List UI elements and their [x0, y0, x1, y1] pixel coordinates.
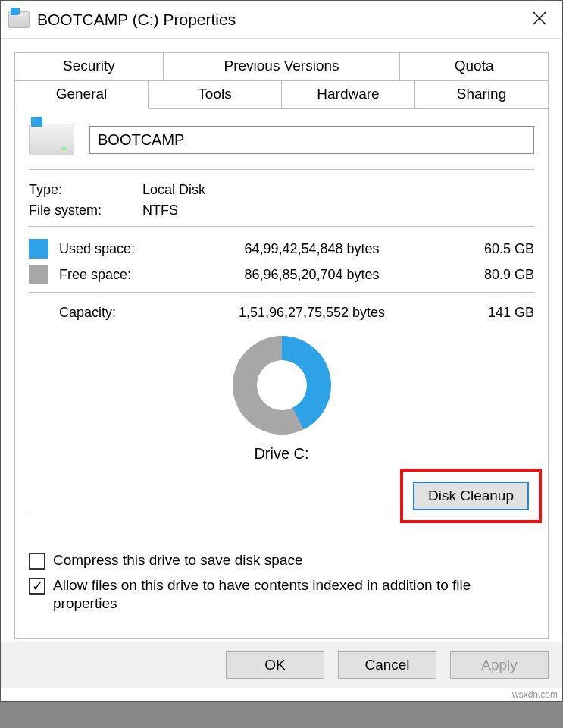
free-label: Free space:: [59, 267, 165, 283]
compress-checkbox[interactable]: [29, 553, 45, 570]
divider: [29, 226, 534, 227]
type-value: Local Disk: [142, 182, 205, 198]
drive-icon: [8, 11, 30, 28]
used-bytes: 64,99,42,54,848 bytes: [165, 241, 458, 257]
apply-button[interactable]: Apply: [450, 651, 549, 679]
cancel-button[interactable]: Cancel: [338, 651, 436, 679]
type-label: Type:: [29, 182, 142, 198]
used-swatch: [29, 239, 48, 259]
volume-name-input[interactable]: [89, 126, 534, 154]
tab-strip: Security Previous Versions Quota General…: [14, 52, 549, 639]
drive-label: Drive C:: [29, 445, 534, 463]
close-button[interactable]: [524, 5, 555, 35]
used-label: Used space:: [59, 241, 165, 257]
dialog-footer: OK Cancel Apply: [1, 642, 562, 688]
capacity-label: Capacity:: [29, 305, 165, 321]
capacity-bytes: 1,51,96,27,75,552 bytes: [165, 305, 458, 321]
tab-general[interactable]: General: [14, 80, 149, 109]
filesystem-label: File system:: [29, 202, 142, 218]
disk-cleanup-button[interactable]: Disk Cleanup: [414, 482, 528, 510]
drive-large-icon: [29, 124, 74, 155]
disk-cleanup-highlight: Disk Cleanup: [400, 469, 542, 523]
free-bytes: 86,96,85,20,704 bytes: [165, 267, 458, 283]
used-size: 60.5 GB: [458, 241, 534, 257]
tab-quota[interactable]: Quota: [399, 52, 549, 81]
divider: [29, 169, 534, 170]
tab-tools[interactable]: Tools: [148, 80, 282, 109]
attribution-text: wsxdn.com: [1, 688, 562, 701]
compress-label: Compress this drive to save disk space: [53, 551, 302, 570]
close-icon: [532, 11, 547, 26]
divider: [29, 292, 534, 293]
tab-security[interactable]: Security: [14, 52, 164, 81]
tab-previous-versions[interactable]: Previous Versions: [163, 52, 401, 81]
tab-panel-general: Type: Local Disk File system: NTFS Used …: [14, 108, 549, 639]
ok-button[interactable]: OK: [226, 651, 324, 679]
indexing-label: Allow files on this drive to have conten…: [53, 576, 534, 613]
indexing-checkbox[interactable]: [29, 578, 45, 595]
usage-donut-chart: [233, 336, 331, 435]
properties-window: BOOTCAMP (C:) Properties Security Previo…: [0, 0, 563, 702]
free-size: 80.9 GB: [458, 267, 534, 283]
free-swatch: [29, 265, 48, 284]
window-title: BOOTCAMP (C:) Properties: [37, 11, 524, 29]
capacity-size: 141 GB: [458, 305, 534, 321]
tab-hardware[interactable]: Hardware: [281, 80, 415, 109]
tab-sharing[interactable]: Sharing: [414, 80, 549, 109]
titlebar: BOOTCAMP (C:) Properties: [1, 1, 562, 39]
filesystem-value: NTFS: [142, 202, 178, 218]
